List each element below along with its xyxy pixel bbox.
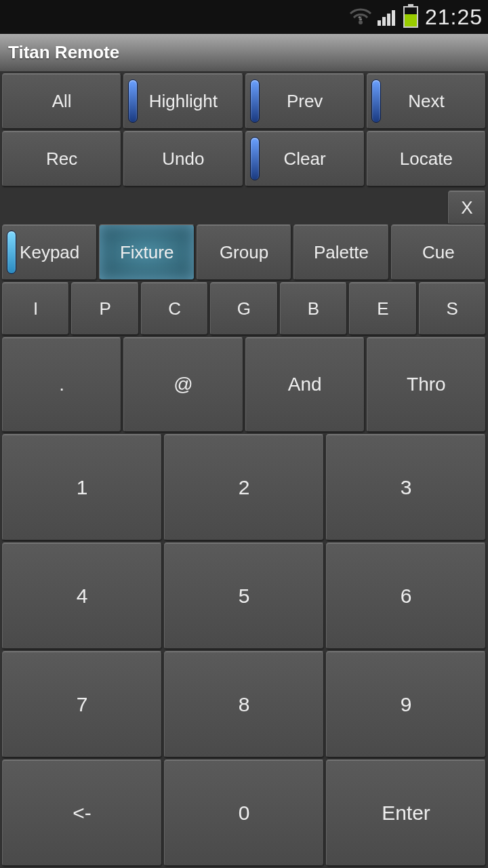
- letter-e-button[interactable]: E: [349, 282, 416, 335]
- num-label: 8: [239, 693, 250, 716]
- num-8-button[interactable]: 8: [164, 651, 324, 757]
- svg-rect-3: [382, 17, 386, 26]
- next-button[interactable]: Next: [367, 73, 486, 129]
- letter-label: I: [33, 298, 38, 319]
- letter-label: S: [447, 298, 458, 319]
- clear-label: Clear: [284, 149, 326, 170]
- letter-s-button[interactable]: S: [419, 282, 486, 335]
- indicator-icon: [371, 79, 381, 123]
- num-label: 5: [239, 585, 250, 608]
- keypad-tab[interactable]: Keypad: [2, 224, 97, 280]
- enter-label: Enter: [382, 802, 430, 825]
- title-bar: Titan Remote: [0, 34, 488, 71]
- rec-label: Rec: [46, 149, 77, 170]
- all-button[interactable]: All: [2, 73, 121, 129]
- keypad-label: Keypad: [20, 242, 79, 263]
- num-4-button[interactable]: 4: [2, 542, 162, 649]
- group-label: Group: [220, 242, 268, 263]
- letter-label: B: [308, 298, 319, 319]
- svg-rect-5: [392, 10, 395, 26]
- status-bar: ⇅ 21:25: [0, 0, 488, 34]
- palette-label: Palette: [314, 242, 369, 263]
- palette-tab[interactable]: Palette: [293, 224, 388, 280]
- signal-icon: [378, 8, 398, 26]
- group-tab[interactable]: Group: [197, 224, 291, 280]
- num-label: 2: [239, 476, 250, 499]
- undo-label: Undo: [162, 149, 204, 170]
- close-label: X: [461, 197, 472, 218]
- cue-tab[interactable]: Cue: [391, 224, 486, 280]
- svg-text:⇅: ⇅: [358, 16, 363, 22]
- numpad: 1 2 3 4 5 6 7 8 9 <- 0 Enter: [0, 434, 488, 868]
- enter-button[interactable]: Enter: [326, 760, 486, 866]
- highlight-button[interactable]: Highlight: [123, 73, 243, 129]
- num-3-button[interactable]: 3: [326, 434, 486, 540]
- battery-icon: [403, 6, 418, 28]
- num-7-button[interactable]: 7: [2, 651, 162, 757]
- letter-g-button[interactable]: G: [210, 282, 277, 335]
- num-label: 0: [239, 802, 250, 825]
- status-time: 21:25: [425, 5, 483, 30]
- indicator-icon: [250, 137, 260, 180]
- num-9-button[interactable]: 9: [326, 651, 486, 757]
- letter-label: P: [99, 298, 110, 319]
- rec-button[interactable]: Rec: [2, 131, 121, 186]
- close-button[interactable]: X: [448, 191, 486, 224]
- fixture-tab[interactable]: Fixture: [99, 224, 194, 280]
- letter-p-button[interactable]: P: [71, 282, 138, 335]
- fixture-label: Fixture: [120, 242, 174, 263]
- letter-i-button[interactable]: I: [2, 282, 69, 335]
- locate-button[interactable]: Locate: [367, 131, 486, 186]
- num-label: 9: [401, 693, 412, 716]
- num-6-button[interactable]: 6: [326, 542, 486, 649]
- num-label: 7: [77, 693, 88, 716]
- cue-label: Cue: [422, 242, 455, 263]
- all-label: All: [52, 91, 72, 112]
- num-label: 6: [401, 585, 412, 608]
- undo-button[interactable]: Undo: [123, 131, 243, 186]
- letter-label: G: [237, 298, 251, 319]
- letter-label: C: [168, 298, 181, 319]
- and-button[interactable]: And: [245, 337, 365, 432]
- num-label: 3: [401, 476, 412, 499]
- num-5-button[interactable]: 5: [164, 542, 324, 649]
- dot-label: .: [59, 374, 64, 395]
- at-button[interactable]: @: [123, 337, 243, 432]
- prev-button[interactable]: Prev: [245, 73, 365, 129]
- wifi-icon: ⇅: [349, 8, 372, 26]
- app-title: Titan Remote: [8, 42, 119, 63]
- num-label: 1: [77, 476, 88, 499]
- svg-rect-2: [378, 20, 381, 26]
- and-label: And: [288, 374, 322, 395]
- thro-label: Thro: [407, 374, 446, 395]
- highlight-label: Highlight: [149, 91, 218, 112]
- letter-label: E: [377, 298, 388, 319]
- num-2-button[interactable]: 2: [164, 434, 324, 540]
- svg-rect-4: [387, 14, 390, 26]
- dot-button[interactable]: .: [2, 337, 121, 432]
- indicator-icon: [128, 79, 138, 123]
- letter-b-button[interactable]: B: [280, 282, 347, 335]
- backspace-button[interactable]: <-: [2, 760, 162, 866]
- num-0-button[interactable]: 0: [164, 760, 324, 866]
- next-label: Next: [408, 91, 444, 112]
- at-label: @: [174, 374, 192, 395]
- indicator-icon: [250, 79, 260, 123]
- clear-button[interactable]: Clear: [245, 131, 365, 186]
- thro-button[interactable]: Thro: [367, 337, 486, 432]
- num-1-button[interactable]: 1: [2, 434, 162, 540]
- letter-c-button[interactable]: C: [141, 282, 208, 335]
- locate-label: Locate: [400, 149, 453, 170]
- backspace-label: <-: [73, 802, 92, 825]
- indicator-icon: [7, 231, 16, 274]
- prev-label: Prev: [287, 91, 323, 112]
- num-label: 4: [77, 585, 88, 608]
